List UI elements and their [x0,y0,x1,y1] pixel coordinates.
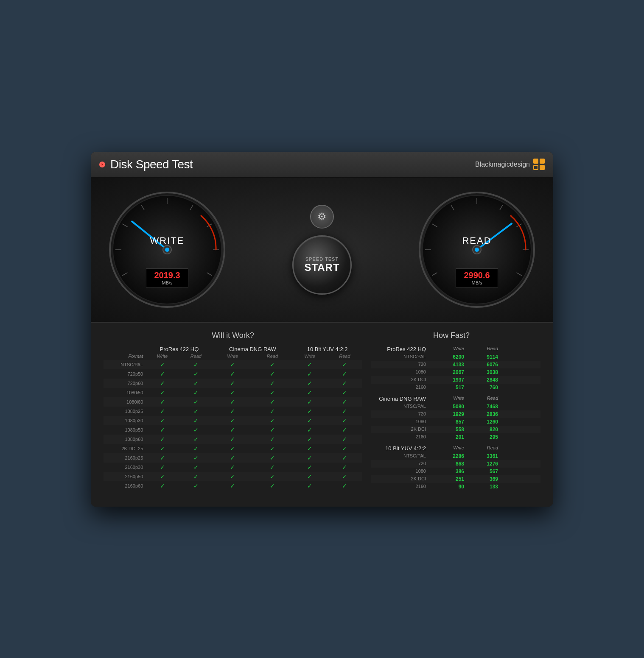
speed-read-value: 6076 [464,362,498,368]
check-mark: ✓ [160,473,165,480]
speed-read-value: 295 [464,434,498,440]
speed-row: 2K DCI 558 820 [371,426,540,433]
write-gauge-container: WRITE 2019.3 MB/s [108,190,227,309]
check-mark: ✓ [230,371,235,377]
data-section: Will it Work? How Fast? ProRes 422 HQ Ci… [91,323,553,507]
check-mark: ✓ [307,361,312,368]
how-fast-header: How Fast? [362,331,540,340]
speed-write-value: 4133 [430,362,464,368]
speed-format-label: 720 [371,362,430,368]
check-mark: ✓ [160,389,165,396]
check-mark: ✓ [342,361,347,368]
format-label: NTSC/PAL [104,360,146,369]
check-mark: ✓ [270,454,275,461]
speed-write-value: 386 [430,468,464,474]
speed-read-value: 2848 [464,377,498,383]
check-mark: ✓ [270,408,275,415]
check-mark: ✓ [230,389,235,396]
write-col-header: Write [430,396,464,402]
check-mark: ✓ [193,361,199,368]
speed-write-value: 251 [430,476,464,482]
speed-format-label: 720 [371,411,430,417]
check-mark: ✓ [160,380,165,387]
check-mark: ✓ [307,380,312,387]
speed-read-value: 820 [464,427,498,432]
app-window: × Disk Speed Test Blackmagicdesign [91,152,553,507]
speed-group-header: 10 Bit YUV 4:2:2 Write Read [371,444,540,452]
group-name-label: 10 Bit YUV 4:2:2 [371,445,430,452]
check-mark: ✓ [342,473,347,480]
format-label: 2K DCI 25 [104,444,146,453]
check-mark: ✓ [307,408,312,415]
speed-group-header: ProRes 422 HQ Write Read [371,345,540,353]
speed-format-label: NTSC/PAL [371,404,430,410]
speed-write-value: 1929 [430,411,464,417]
group-name-label: Cinema DNG RAW [371,396,430,402]
check-mark: ✓ [270,427,275,433]
check-mark: ✓ [342,482,347,489]
check-mark: ✓ [342,417,347,424]
speed-read-value: 1276 [464,461,498,467]
format-label: 720p50 [104,369,146,379]
check-mark: ✓ [307,473,312,480]
center-controls: ⚙ SPEED TEST START [292,205,352,295]
check-mark: ✓ [193,427,199,433]
check-mark: ✓ [193,454,199,461]
speed-format-label: 720 [371,461,430,467]
check-mark: ✓ [160,371,165,377]
speed-format-label: 2K DCI [371,476,430,482]
speed-group: Cinema DNG RAW Write Read NTSC/PAL 5080 … [371,395,540,441]
speed-format-label: 2160 [371,484,430,490]
check-mark: ✓ [270,417,275,424]
table-row: 2160p30✓✓✓✓✓✓ [104,463,362,472]
format-label: 2160p60 [104,481,146,491]
col-group-yuv: 10 Bit YUV 4:2:2 [292,345,362,352]
check-mark: ✓ [193,464,199,471]
check-mark: ✓ [307,464,312,471]
check-mark: ✓ [160,436,165,443]
check-mark: ✓ [342,380,347,387]
table-row: 1080i60✓✓✓✓✓✓ [104,397,362,407]
read-value: 2990.6 [461,270,493,280]
write-value: 2019.3 [151,270,183,280]
check-mark: ✓ [270,361,275,368]
speed-write-value: 868 [430,461,464,467]
speed-row: NTSC/PAL 2286 3361 [371,452,540,460]
check-mark: ✓ [230,399,235,405]
title-bar-left: × Disk Speed Test [99,158,193,171]
table-row: NTSC/PAL✓✓✓✓✓✓ [104,360,362,369]
read-value-box: 2990.6 MB/s [456,268,498,287]
cdng-write-header: Write [213,352,252,360]
format-label: 1080i60 [104,397,146,407]
speed-row: 720 4133 6076 [371,361,540,368]
check-mark: ✓ [230,473,235,480]
check-mark: ✓ [160,445,165,452]
start-button[interactable]: SPEED TEST START [292,235,352,295]
format-label: 1080p60 [104,435,146,444]
app-title: Disk Speed Test [110,158,193,171]
speed-write-value: 1937 [430,377,464,383]
check-mark: ✓ [307,427,312,433]
check-mark: ✓ [193,371,199,377]
speed-write-value: 857 [430,419,464,425]
check-mark: ✓ [342,371,347,377]
col-group-cdng: Cinema DNG RAW [213,345,292,352]
speed-format-label: 1080 [371,419,430,425]
speed-write-value: 517 [430,385,464,390]
check-mark: ✓ [193,436,199,443]
speed-read-value: 7468 [464,404,498,410]
check-mark: ✓ [160,417,165,424]
speed-row: 2K DCI 251 369 [371,475,540,483]
speed-read-value: 369 [464,476,498,482]
section-headers: Will it Work? How Fast? [104,331,540,340]
read-gauge-label: READ [462,235,491,246]
check-mark: ✓ [230,380,235,387]
title-bar: × Disk Speed Test Blackmagicdesign [91,152,553,178]
brand-dot-3 [533,165,538,170]
check-mark: ✓ [160,427,165,433]
table-row: 1080p60✓✓✓✓✓✓ [104,435,362,444]
settings-button[interactable]: ⚙ [310,205,334,229]
table-row: 2160p50✓✓✓✓✓✓ [104,472,362,481]
format-label: 2160p30 [104,463,146,472]
close-button[interactable]: × [99,162,105,167]
